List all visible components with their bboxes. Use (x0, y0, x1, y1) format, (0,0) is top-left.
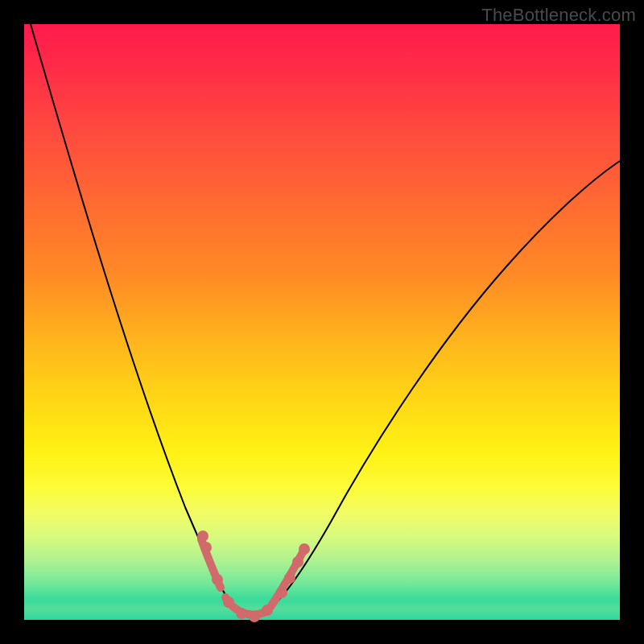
marker-dot (212, 574, 223, 585)
marker-dot (292, 556, 303, 568)
marker-dot (200, 542, 212, 553)
marker-dot (276, 587, 287, 598)
chart-frame: TheBottleneck.com (0, 0, 644, 644)
plot-area (24, 24, 620, 620)
marker-dot (197, 530, 208, 542)
curve-layer (24, 24, 620, 620)
marker-dot (284, 572, 295, 584)
watermark-text: TheBottleneck.com (481, 5, 636, 26)
bottleneck-curve (31, 24, 620, 617)
marker-dot (249, 611, 260, 622)
marker-dot (223, 597, 234, 608)
marker-dot (236, 608, 247, 619)
marker-dot (299, 543, 310, 555)
marker-dot (262, 605, 273, 616)
